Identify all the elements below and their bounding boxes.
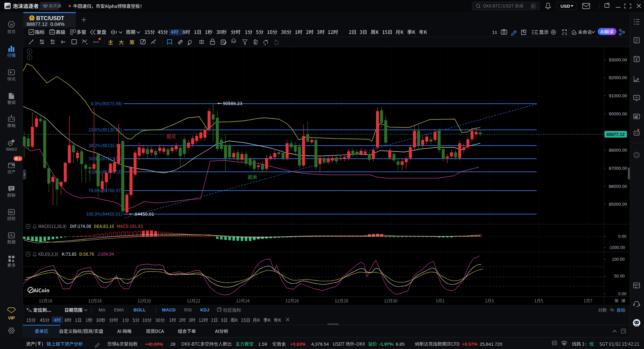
svg-text:EMA: EMA xyxy=(114,307,124,312)
svg-text:MACD: MACD xyxy=(162,307,176,312)
svg-text:+40.00%: +40.00% xyxy=(145,342,163,347)
svg-text:BOLL: BOLL xyxy=(133,307,146,312)
svg-text:1s: 1s xyxy=(492,30,497,35)
svg-text:+0.57%: +0.57% xyxy=(462,342,477,347)
svg-text:MA: MA xyxy=(99,307,105,312)
svg-text:$: $ xyxy=(636,58,637,61)
svg-text:28: 28 xyxy=(170,342,175,347)
svg-text:BTC/USDT: BTC/USDT xyxy=(36,15,64,21)
svg-text:4,376.54: 4,376.54 xyxy=(311,342,329,347)
svg-text:25,641.720: 25,641.720 xyxy=(480,342,502,347)
svg-text:+0.63%: +0.63% xyxy=(290,342,306,347)
svg-text:RSI: RSI xyxy=(184,307,192,312)
svg-text:-1.97%: -1.97% xyxy=(379,342,393,347)
svg-text:KDJ: KDJ xyxy=(200,307,209,312)
svg-text:1: 1 xyxy=(82,39,84,41)
svg-text:1.59: 1.59 xyxy=(258,342,267,347)
svg-text:88877.12 0.04%: 88877.12 0.04% xyxy=(26,21,64,27)
svg-text:USD: USD xyxy=(560,4,570,9)
svg-text:%: % xyxy=(610,307,614,312)
svg-text:6.85: 6.85 xyxy=(396,342,405,347)
svg-text:?: ? xyxy=(553,341,556,345)
svg-text:VIP: VIP xyxy=(8,316,15,320)
svg-text:∞: ∞ xyxy=(86,42,88,45)
svg-text:Web3: Web3 xyxy=(6,147,17,152)
